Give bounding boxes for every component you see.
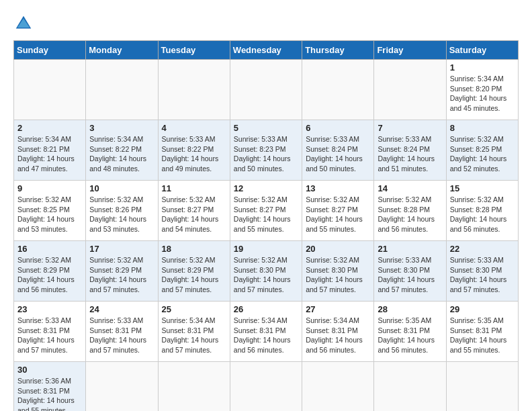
day-number: 21 bbox=[378, 244, 442, 254]
day-number: 4 bbox=[162, 123, 226, 133]
day-number: 26 bbox=[234, 304, 298, 314]
day-info: Sunrise: 5:32 AMSunset: 8:25 PMDaylight:… bbox=[17, 195, 82, 234]
day-info: Sunrise: 5:33 AMSunset: 8:23 PMDaylight:… bbox=[234, 134, 298, 174]
day-number: 5 bbox=[234, 123, 298, 133]
day-info: Sunrise: 5:34 AMSunset: 8:21 PMDaylight:… bbox=[17, 134, 82, 174]
day-info: Sunrise: 5:35 AMSunset: 8:31 PMDaylight:… bbox=[450, 316, 515, 355]
day-info: Sunrise: 5:34 AMSunset: 8:31 PMDaylight:… bbox=[162, 316, 226, 355]
day-info: Sunrise: 5:32 AMSunset: 8:29 PMDaylight:… bbox=[17, 255, 82, 295]
calendar-day-cell bbox=[158, 60, 230, 120]
day-info: Sunrise: 5:34 AMSunset: 8:20 PMDaylight:… bbox=[450, 74, 515, 113]
day-number: 14 bbox=[378, 183, 442, 193]
day-number: 23 bbox=[17, 304, 82, 314]
calendar-day-cell: 3Sunrise: 5:34 AMSunset: 8:22 PMDaylight… bbox=[86, 120, 158, 181]
day-info: Sunrise: 5:36 AMSunset: 8:31 PMDaylight:… bbox=[17, 376, 82, 411]
logo-icon bbox=[13, 13, 34, 34]
day-of-week-header: Wednesday bbox=[230, 41, 302, 60]
calendar-day-cell: 7Sunrise: 5:33 AMSunset: 8:24 PMDaylight… bbox=[374, 120, 446, 181]
day-of-week-header: Sunday bbox=[14, 41, 86, 60]
day-info: Sunrise: 5:33 AMSunset: 8:30 PMDaylight:… bbox=[378, 255, 442, 295]
calendar-day-cell: 13Sunrise: 5:32 AMSunset: 8:27 PMDayligh… bbox=[302, 181, 374, 241]
day-info: Sunrise: 5:34 AMSunset: 8:22 PMDaylight:… bbox=[89, 134, 154, 174]
day-info: Sunrise: 5:35 AMSunset: 8:31 PMDaylight:… bbox=[378, 316, 442, 355]
day-info: Sunrise: 5:32 AMSunset: 8:27 PMDaylight:… bbox=[162, 195, 226, 234]
day-info: Sunrise: 5:32 AMSunset: 8:25 PMDaylight:… bbox=[450, 134, 515, 174]
calendar-day-cell: 17Sunrise: 5:32 AMSunset: 8:29 PMDayligh… bbox=[86, 241, 158, 302]
day-of-week-header: Friday bbox=[374, 41, 446, 60]
day-number: 15 bbox=[450, 183, 515, 193]
calendar-day-cell: 16Sunrise: 5:32 AMSunset: 8:29 PMDayligh… bbox=[14, 241, 86, 302]
day-info: Sunrise: 5:32 AMSunset: 8:27 PMDaylight:… bbox=[306, 195, 370, 234]
day-number: 2 bbox=[17, 123, 82, 133]
calendar-day-cell: 10Sunrise: 5:32 AMSunset: 8:26 PMDayligh… bbox=[86, 181, 158, 241]
calendar-day-cell: 27Sunrise: 5:34 AMSunset: 8:31 PMDayligh… bbox=[302, 302, 374, 362]
day-number: 8 bbox=[450, 123, 515, 133]
day-number: 1 bbox=[450, 62, 515, 73]
calendar-day-cell: 23Sunrise: 5:33 AMSunset: 8:31 PMDayligh… bbox=[14, 302, 86, 362]
day-number: 19 bbox=[234, 244, 298, 254]
day-number: 16 bbox=[17, 244, 82, 254]
calendar-header-row: SundayMondayTuesdayWednesdayThursdayFrid… bbox=[14, 41, 519, 60]
day-info: Sunrise: 5:32 AMSunset: 8:28 PMDaylight:… bbox=[378, 195, 442, 234]
calendar-day-cell bbox=[230, 60, 302, 120]
calendar-day-cell: 8Sunrise: 5:32 AMSunset: 8:25 PMDaylight… bbox=[446, 120, 518, 181]
day-number: 7 bbox=[378, 123, 442, 133]
day-info: Sunrise: 5:32 AMSunset: 8:29 PMDaylight:… bbox=[89, 255, 154, 295]
day-info: Sunrise: 5:32 AMSunset: 8:30 PMDaylight:… bbox=[306, 255, 370, 295]
day-of-week-header: Thursday bbox=[302, 41, 374, 60]
day-number: 3 bbox=[89, 123, 154, 133]
day-info: Sunrise: 5:33 AMSunset: 8:24 PMDaylight:… bbox=[378, 134, 442, 174]
day-number: 9 bbox=[17, 183, 82, 193]
calendar-day-cell: 9Sunrise: 5:32 AMSunset: 8:25 PMDaylight… bbox=[14, 181, 86, 241]
calendar-day-cell: 2Sunrise: 5:34 AMSunset: 8:21 PMDaylight… bbox=[14, 120, 86, 181]
day-info: Sunrise: 5:32 AMSunset: 8:28 PMDaylight:… bbox=[450, 195, 515, 234]
calendar-day-cell: 21Sunrise: 5:33 AMSunset: 8:30 PMDayligh… bbox=[374, 241, 446, 302]
calendar-day-cell: 24Sunrise: 5:33 AMSunset: 8:31 PMDayligh… bbox=[86, 302, 158, 362]
calendar-day-cell: 30Sunrise: 5:36 AMSunset: 8:31 PMDayligh… bbox=[14, 362, 86, 412]
day-info: Sunrise: 5:34 AMSunset: 8:31 PMDaylight:… bbox=[234, 316, 298, 355]
day-number: 28 bbox=[378, 304, 442, 314]
day-of-week-header: Tuesday bbox=[158, 41, 230, 60]
day-number: 25 bbox=[162, 304, 226, 314]
day-number: 17 bbox=[89, 244, 154, 254]
day-number: 24 bbox=[89, 304, 154, 314]
logo bbox=[13, 13, 36, 34]
calendar-day-cell bbox=[86, 60, 158, 120]
day-number: 6 bbox=[306, 123, 370, 133]
day-info: Sunrise: 5:33 AMSunset: 8:24 PMDaylight:… bbox=[306, 134, 370, 174]
day-number: 29 bbox=[450, 304, 515, 314]
page-header bbox=[13, 13, 519, 34]
day-info: Sunrise: 5:34 AMSunset: 8:31 PMDaylight:… bbox=[306, 316, 370, 355]
calendar-day-cell bbox=[302, 362, 374, 412]
day-info: Sunrise: 5:32 AMSunset: 8:30 PMDaylight:… bbox=[234, 255, 298, 295]
day-number: 12 bbox=[234, 183, 298, 193]
day-info: Sunrise: 5:33 AMSunset: 8:30 PMDaylight:… bbox=[450, 255, 515, 295]
calendar-table: SundayMondayTuesdayWednesdayThursdayFrid… bbox=[13, 40, 519, 411]
calendar-day-cell: 25Sunrise: 5:34 AMSunset: 8:31 PMDayligh… bbox=[158, 302, 230, 362]
day-number: 30 bbox=[17, 365, 82, 375]
day-info: Sunrise: 5:33 AMSunset: 8:22 PMDaylight:… bbox=[162, 134, 226, 174]
calendar-day-cell: 22Sunrise: 5:33 AMSunset: 8:30 PMDayligh… bbox=[446, 241, 518, 302]
calendar-day-cell bbox=[86, 362, 158, 412]
calendar-week-row: 30Sunrise: 5:36 AMSunset: 8:31 PMDayligh… bbox=[14, 362, 519, 412]
calendar-day-cell: 26Sunrise: 5:34 AMSunset: 8:31 PMDayligh… bbox=[230, 302, 302, 362]
calendar-day-cell bbox=[158, 362, 230, 412]
day-number: 18 bbox=[162, 244, 226, 254]
day-of-week-header: Saturday bbox=[446, 41, 518, 60]
day-number: 13 bbox=[306, 183, 370, 193]
calendar-day-cell bbox=[230, 362, 302, 412]
day-number: 20 bbox=[306, 244, 370, 254]
day-info: Sunrise: 5:33 AMSunset: 8:31 PMDaylight:… bbox=[89, 316, 154, 355]
day-number: 22 bbox=[450, 244, 515, 254]
calendar-week-row: 23Sunrise: 5:33 AMSunset: 8:31 PMDayligh… bbox=[14, 302, 519, 362]
calendar-week-row: 2Sunrise: 5:34 AMSunset: 8:21 PMDaylight… bbox=[14, 120, 519, 181]
calendar-day-cell bbox=[374, 60, 446, 120]
calendar-day-cell: 15Sunrise: 5:32 AMSunset: 8:28 PMDayligh… bbox=[446, 181, 518, 241]
calendar-day-cell: 12Sunrise: 5:32 AMSunset: 8:27 PMDayligh… bbox=[230, 181, 302, 241]
day-info: Sunrise: 5:33 AMSunset: 8:31 PMDaylight:… bbox=[17, 316, 82, 355]
calendar-day-cell: 14Sunrise: 5:32 AMSunset: 8:28 PMDayligh… bbox=[374, 181, 446, 241]
day-info: Sunrise: 5:32 AMSunset: 8:29 PMDaylight:… bbox=[162, 255, 226, 295]
calendar-week-row: 16Sunrise: 5:32 AMSunset: 8:29 PMDayligh… bbox=[14, 241, 519, 302]
calendar-day-cell: 5Sunrise: 5:33 AMSunset: 8:23 PMDaylight… bbox=[230, 120, 302, 181]
calendar-day-cell: 19Sunrise: 5:32 AMSunset: 8:30 PMDayligh… bbox=[230, 241, 302, 302]
